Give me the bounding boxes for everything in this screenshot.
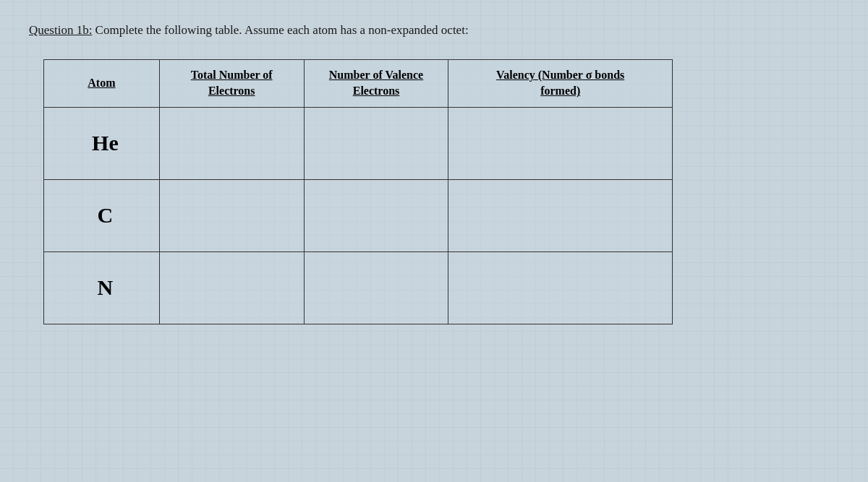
header-atom: Atom xyxy=(44,59,160,107)
atom-n: N xyxy=(44,251,160,324)
atom-he: He xyxy=(44,107,160,179)
valence-n xyxy=(304,251,448,324)
question-title: Question 1b: Complete the following tabl… xyxy=(29,22,839,39)
valency-he xyxy=(448,107,673,179)
question-label: Question 1b: xyxy=(29,23,92,37)
header-valence-line1: Number of ValenceElectrons xyxy=(329,69,423,97)
header-total-line1: Total Number ofElectrons xyxy=(191,69,273,97)
chemistry-table: Atom Total Number ofElectrons Number of … xyxy=(43,59,673,324)
header-atom-label: Atom xyxy=(88,77,115,89)
header-valency-line1: Valency (Number σ bondsformed) xyxy=(496,69,624,97)
header-total-electrons: Total Number ofElectrons xyxy=(159,59,304,107)
table-container: Atom Total Number ofElectrons Number of … xyxy=(43,59,673,324)
atom-c: C xyxy=(44,179,160,251)
table-row: He xyxy=(44,107,673,179)
total-he xyxy=(159,107,304,179)
total-n xyxy=(159,251,304,324)
header-valency: Valency (Number σ bondsformed) xyxy=(448,59,673,107)
table-row: C xyxy=(44,179,673,251)
valency-n xyxy=(448,251,673,324)
question-text: Complete the following table. Assume eac… xyxy=(92,23,468,37)
page-content: Question 1b: Complete the following tabl… xyxy=(29,22,839,324)
table-header-row: Atom Total Number ofElectrons Number of … xyxy=(44,59,673,107)
valence-c xyxy=(304,179,448,251)
header-valence-electrons: Number of ValenceElectrons xyxy=(304,59,448,107)
table-row: N xyxy=(44,251,673,324)
total-c xyxy=(159,179,304,251)
valence-he xyxy=(304,107,448,179)
valency-c xyxy=(448,179,673,251)
